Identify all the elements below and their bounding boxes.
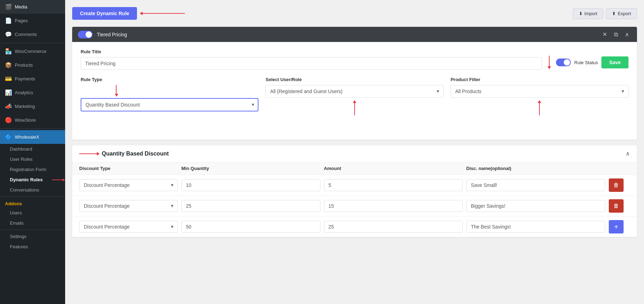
product-filter-wrap: Product Filter All Products Specific Pro…: [451, 77, 629, 111]
create-arrow-line: [143, 13, 185, 14]
media-icon: 🎬: [5, 4, 12, 10]
sidebar-item-comments[interactable]: 💬 Comments: [0, 28, 65, 41]
rule-status-slider: [556, 59, 571, 66]
tiered-pricing-header: Tiered Pricing ✕ ⧉ ∧: [72, 27, 637, 42]
row3-disc-name-input[interactable]: [466, 221, 605, 233]
woocommerce-icon: 🏪: [5, 48, 12, 55]
user-role-label: Select User/Role: [265, 77, 443, 82]
sidebar-item-label: WowStore: [15, 117, 36, 123]
tiered-toggle[interactable]: [78, 31, 93, 38]
row2-discount-type-select[interactable]: Discount Percentage Flat Discount Fixed …: [79, 200, 178, 212]
product-filter-select-wrap: All Products Specific Products By Catego…: [451, 85, 629, 98]
row1-disc-name-input[interactable]: [466, 179, 605, 191]
sidebar-item-products[interactable]: 📦 Products: [0, 58, 65, 72]
rule-status-label: Rule Status: [574, 60, 598, 65]
row1-min-quantity-input[interactable]: [181, 179, 320, 191]
row1-delete-button[interactable]: 🗑: [609, 178, 624, 192]
row3-discount-type-select[interactable]: Discount Percentage Flat Discount Fixed …: [79, 221, 178, 233]
tiered-collapse-button[interactable]: ∧: [623, 30, 631, 38]
sidebar-item-dashboard[interactable]: Dashboard: [0, 144, 65, 154]
sidebar-item-settings[interactable]: Settings: [0, 231, 65, 242]
row3-min-quantity-input[interactable]: [181, 221, 320, 233]
sidebar-item-payments[interactable]: 💳 Payments: [0, 72, 65, 86]
sidebar-item-wholesalex[interactable]: 🔷 WholesaleX: [0, 130, 65, 144]
rule-type-arrow-line: [116, 85, 117, 94]
sidebar-item-dynamic-rules[interactable]: Dynamic Rules: [0, 175, 65, 185]
tiered-pricing-title: Tiered Pricing: [97, 32, 596, 37]
create-arrow-head: [140, 12, 143, 15]
rule-type-wrap: Rule Type Quantity Based Discount Cart B…: [81, 77, 258, 111]
sidebar-item-wowstore[interactable]: 🔴 WowStore: [0, 113, 65, 127]
tiered-close-button[interactable]: ✕: [600, 30, 609, 38]
product-filter-up-arrow: [538, 100, 541, 115]
main-content: Create Dynamic Rule ⬇ Import ⬆ Export: [65, 0, 644, 304]
row2-delete-button[interactable]: 🗑: [609, 199, 624, 213]
sidebar-item-media[interactable]: 🎬 Media: [0, 0, 65, 14]
qbd-collapse-button[interactable]: ∧: [626, 150, 630, 157]
export-button[interactable]: ⬆ Export: [606, 8, 637, 19]
col-disc-name: Disc. name(optional): [466, 166, 605, 171]
rule-status-toggle[interactable]: [556, 59, 571, 66]
payments-icon: 💳: [5, 75, 12, 82]
sidebar-item-features[interactable]: Features: [0, 242, 65, 252]
qbd-arrow-head: [97, 152, 100, 156]
sidebar-item-conversations[interactable]: Conversations: [0, 185, 65, 195]
sidebar-item-registration-form[interactable]: Registration Form: [0, 164, 65, 175]
rule-title-input[interactable]: [81, 57, 542, 70]
qbd-title: Quantity Based Discount: [102, 151, 169, 157]
sidebar-item-label: Analytics: [15, 90, 33, 95]
rule-type-select[interactable]: Quantity Based Discount Cart Based Disco…: [81, 98, 258, 111]
rule-title-label: Rule Title: [81, 49, 542, 54]
row1-discount-type-wrap: Discount Percentage Flat Discount Fixed …: [79, 179, 178, 191]
wholesalex-icon: 🔷: [5, 134, 12, 140]
qbd-arrow-line: [79, 153, 97, 154]
row3-amount-input[interactable]: [324, 221, 463, 233]
row3-add-button[interactable]: +: [609, 220, 624, 233]
user-role-select-wrap: All (Registered and Guest Users) Registe…: [265, 85, 443, 98]
comments-icon: 💬: [5, 31, 12, 38]
sidebar-divider-1: [0, 43, 65, 43]
rule-title-input-wrap: Rule Title: [81, 49, 542, 70]
toggle-slider: [78, 31, 93, 38]
sidebar-divider-4: [0, 230, 65, 230]
sidebar-item-emails[interactable]: Emails: [0, 218, 65, 228]
user-role-select[interactable]: All (Registered and Guest Users) Registe…: [265, 85, 443, 98]
product-filter-label: Product Filter: [451, 77, 629, 82]
tiered-toggle-wrap: [78, 31, 93, 38]
sidebar-wholesalex-label: WholesaleX: [15, 134, 39, 140]
sidebar-item-label: Payments: [15, 76, 35, 81]
row1-discount-type-select[interactable]: Discount Percentage Flat Discount Fixed …: [79, 179, 178, 191]
row1-amount-input[interactable]: [324, 179, 463, 191]
row2-disc-name-input[interactable]: [466, 200, 605, 212]
import-button[interactable]: ⬇ Import: [573, 8, 604, 19]
quantity-based-discount-section: Quantity Based Discount ∧ Discount Type …: [72, 145, 637, 237]
create-dynamic-rule-button[interactable]: Create Dynamic Rule: [72, 7, 137, 20]
sidebar-item-label: Media: [15, 4, 27, 10]
create-btn-wrap: Create Dynamic Rule: [72, 7, 185, 20]
sidebar-item-marketing[interactable]: 📣 Marketing: [0, 99, 65, 113]
table-row: Discount Percentage Flat Discount Fixed …: [72, 216, 637, 237]
table-row: Discount Percentage Flat Discount Fixed …: [72, 195, 637, 216]
sidebar-item-woocommerce[interactable]: 🏪 WooCommerce: [0, 44, 65, 58]
row2-amount-input[interactable]: [324, 200, 463, 212]
product-filter-select[interactable]: All Products Specific Products By Catego…: [451, 85, 629, 98]
user-role-wrap: Select User/Role All (Registered and Gue…: [265, 77, 443, 111]
user-role-up-arrow: [353, 100, 356, 115]
sidebar-item-pages[interactable]: 📄 Pages: [0, 14, 65, 28]
col-amount: Amount: [324, 166, 463, 171]
qbd-title-wrap: Quantity Based Discount: [79, 151, 169, 157]
marketing-icon: 📣: [5, 103, 12, 110]
tiered-copy-button[interactable]: ⧉: [612, 31, 620, 38]
save-button[interactable]: Save: [601, 56, 629, 68]
sidebar-item-user-roles[interactable]: User Roles: [0, 154, 65, 164]
dynamic-rules-arrow-line: [52, 180, 63, 180]
top-toolbar: Create Dynamic Rule ⬇ Import ⬆ Export: [72, 7, 637, 20]
sidebar-item-users[interactable]: Users: [0, 208, 65, 218]
rule-status-arrow-line: [549, 56, 550, 66]
create-rule-arrow: [140, 12, 185, 15]
add-icon: +: [614, 223, 618, 231]
row2-min-quantity-input[interactable]: [181, 200, 320, 212]
qbd-header: Quantity Based Discount ∧: [72, 145, 637, 162]
delete-icon: 🗑: [613, 203, 619, 209]
sidebar-item-analytics[interactable]: 📊 Analytics: [0, 86, 65, 99]
